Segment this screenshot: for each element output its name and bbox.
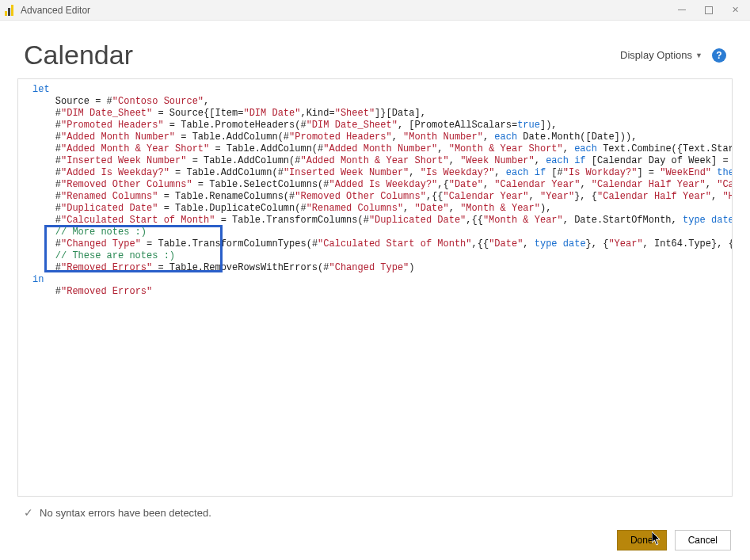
svg-rect-1 — [8, 8, 10, 16]
dialog-buttons: Done Cancel — [0, 524, 750, 560]
chevron-down-icon: ▼ — [695, 51, 702, 59]
status-bar: ✓ No syntax errors have been detected. — [0, 501, 750, 524]
close-button[interactable]: ✕ — [732, 6, 739, 14]
code-editor[interactable]: let Source = #"Contoso Source", #"DIM Da… — [17, 78, 733, 497]
help-icon[interactable]: ? — [712, 48, 726, 63]
window-title: Advanced Editor — [21, 5, 90, 16]
header: Calendar Display Options ▼ ? — [0, 21, 750, 78]
code-content[interactable]: let Source = #"Contoso Source", #"DIM Da… — [18, 79, 732, 303]
display-options-dropdown[interactable]: Display Options ▼ — [620, 49, 702, 61]
query-name: Calendar — [24, 40, 133, 70]
svg-rect-2 — [11, 5, 13, 16]
check-icon: ✓ — [24, 506, 33, 519]
status-text: No syntax errors have been detected. — [40, 507, 211, 519]
window-titlebar: Advanced Editor ✕ — [0, 0, 750, 21]
app-icon — [3, 4, 16, 17]
display-options-label: Display Options — [620, 49, 692, 61]
window-controls: ✕ — [678, 6, 747, 14]
cancel-button[interactable]: Cancel — [675, 530, 731, 550]
minimize-button[interactable] — [678, 10, 686, 10]
svg-rect-0 — [5, 11, 7, 16]
maximize-button[interactable] — [705, 6, 713, 14]
done-button[interactable]: Done — [617, 530, 667, 550]
